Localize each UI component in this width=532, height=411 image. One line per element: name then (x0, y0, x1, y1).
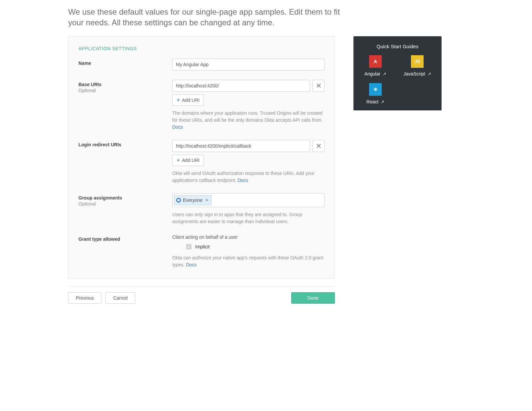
add-uri-label: Add URI (182, 158, 200, 163)
javascript-icon: JS (411, 55, 424, 68)
grant-docs-link[interactable]: Docs (186, 262, 197, 267)
guide-label: JavaScript ↗ (403, 71, 431, 76)
name-label: Name (78, 61, 172, 66)
app-settings-panel: APPLICATION SETTINGS Name Base URIs Opti… (68, 36, 335, 279)
actions-row: Previous Cancel Done (68, 292, 335, 304)
group-token-input[interactable]: Everyone ✕ (172, 193, 325, 207)
remove-group-token-button[interactable]: ✕ (205, 198, 208, 203)
login-redirect-input[interactable] (172, 140, 310, 152)
login-docs-link[interactable]: Docs (237, 178, 248, 183)
previous-button[interactable]: Previous (68, 292, 101, 304)
group-assignments-label: Group assignments (78, 195, 172, 201)
remove-login-redirect-button[interactable] (313, 140, 325, 152)
field-group-assignments: Group assignments Optional Everyone ✕ Us… (78, 193, 325, 225)
base-uris-help: The domains where your application runs.… (172, 110, 325, 131)
login-redirect-label: Login redirect URIs (78, 142, 172, 147)
quick-start-sidebar: Quick Start Guides AAngular ↗JSJavaScrip… (353, 36, 442, 110)
name-input[interactable] (172, 59, 325, 70)
sidebar-title: Quick Start Guides (359, 44, 436, 49)
add-base-uri-button[interactable]: + Add URI (172, 94, 204, 106)
react-icon: ⚛ (369, 83, 382, 96)
group-token-everyone: Everyone ✕ (174, 195, 211, 205)
guide-label: Angular ↗ (364, 71, 386, 76)
grant-help: Okta can authorize your native app's req… (172, 254, 325, 268)
field-login-redirect: Login redirect URIs + (78, 140, 325, 184)
base-uri-input[interactable] (172, 80, 310, 92)
plus-icon: + (177, 97, 180, 103)
intro-text: We use these default values for our sing… (68, 7, 341, 28)
guide-label: React ↗ (366, 99, 384, 104)
grant-sub-label: Client acting on behalf of a user (172, 234, 325, 240)
group-icon (176, 198, 181, 203)
group-token-label: Everyone (183, 198, 202, 203)
login-redirect-help: Okta will send OAuth authorization respo… (172, 170, 325, 184)
group-assignments-optional: Optional (78, 201, 172, 206)
remove-base-uri-button[interactable] (313, 80, 325, 92)
implicit-row[interactable]: Implicit (185, 243, 325, 250)
cancel-button[interactable]: Cancel (105, 292, 135, 304)
add-login-redirect-button[interactable]: + Add URI (172, 155, 204, 166)
base-uris-label: Base URIs (78, 82, 172, 87)
field-name: Name (78, 59, 325, 70)
add-uri-label: Add URI (182, 97, 200, 103)
plus-icon: + (177, 157, 180, 163)
guide-angular[interactable]: AAngular ↗ (359, 55, 391, 76)
grant-type-label: Grant type allowed (78, 236, 172, 242)
base-uris-docs-link[interactable]: Docs (172, 124, 183, 130)
field-grant-type: Grant type allowed Client acting on beha… (78, 234, 325, 268)
done-button[interactable]: Done (291, 292, 335, 304)
panel-title: APPLICATION SETTINGS (78, 46, 325, 51)
group-help: Users can only sign in to apps that they… (172, 211, 325, 225)
external-link-icon: ↗ (383, 71, 386, 76)
external-link-icon: ↗ (381, 99, 384, 104)
angular-icon: A (369, 55, 382, 68)
guide-javascript[interactable]: JSJavaScript ↗ (401, 55, 433, 76)
base-uris-optional: Optional (78, 88, 172, 93)
close-icon (317, 144, 321, 148)
divider (68, 287, 335, 287)
implicit-checkbox[interactable] (186, 244, 192, 249)
implicit-label: Implicit (195, 244, 210, 249)
close-icon (317, 83, 321, 88)
field-base-uris: Base URIs Optional (78, 80, 325, 131)
external-link-icon: ↗ (428, 71, 431, 76)
guide-react[interactable]: ⚛React ↗ (359, 83, 391, 104)
